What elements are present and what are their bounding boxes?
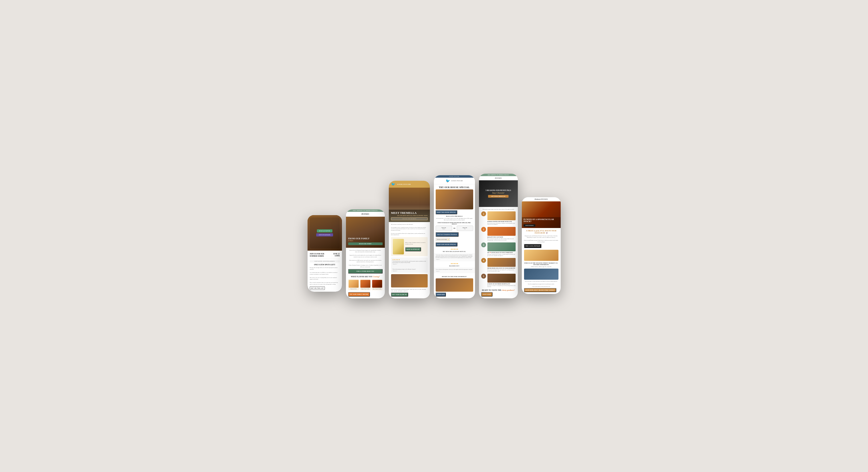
good-psyche-header: 🐦 GOOD PSYCHE xyxy=(389,181,430,188)
bottom-product-img xyxy=(391,274,428,288)
reason-5-text: Every bite is a reminder of warm gatheri… xyxy=(487,285,516,288)
mini-option[interactable]: Select the Mini xyxy=(457,226,473,231)
spots-label: ONLY A FEW SPOTS LEFT! xyxy=(310,264,340,266)
order-now-button[interactable]: ORDER NOW xyxy=(436,293,446,297)
find-store-button[interactable]: FIND A STORE NEAR YOU xyxy=(348,269,382,273)
bird-icon: 🐦 xyxy=(391,182,396,186)
shop-pennies-button[interactable]: SHOP PENNIES! xyxy=(524,224,535,227)
event-info-row: JOIN US FOR OURSUMMER SOIRÉE JUNE 226-9P… xyxy=(310,253,340,259)
product-chipotle-label: Spicy Chipotle Cheddar xyxy=(372,288,382,290)
phone-house-special: GOOD PSYCHE 🐦 GOOD PSYCHE TRY OUR HOUSE … xyxy=(434,175,475,299)
shop-now-button[interactable]: SHOP NOW xyxy=(481,292,493,297)
find-retailer-button[interactable]: FIND A LOCAL RETAILER xyxy=(524,244,541,248)
recipe-button[interactable]: TRY OUR FAMILY RECIPE xyxy=(348,292,370,297)
learn-weaver-button[interactable]: LEARN MORE ABOUT WEAVER STREET MARKET! xyxy=(524,288,556,292)
invite-body-text: We hope this message finds you well and … xyxy=(310,267,340,285)
reasons-title: 5 REASONS OUR PENNY PALS xyxy=(486,190,511,192)
read-story-button[interactable]: READ OUR STORY xyxy=(348,242,382,245)
reason-num-2: 2 xyxy=(481,227,486,232)
pennies-logo: PENNIES xyxy=(347,213,383,215)
review2-text: "This mist has amazing coverage as well,… xyxy=(392,269,426,270)
reason-5-content: A TASTE OF SOUTHERN HOSPITALITY Every bi… xyxy=(487,274,516,288)
reason-3: 3 WE ❤ GIVING BACK TO OUR COMMUNITY Ever… xyxy=(481,242,516,256)
phone-refind: EXCLUSIVE INVITATION JOIN US FOR OURSUMM… xyxy=(308,215,342,292)
family-body-text: Becca's love for Piedmont Pennies began … xyxy=(348,249,382,268)
house-review2-author: ~ David R. ~ xyxy=(436,271,473,272)
bliss-subtitle: FIND YOUR BLISS WITH OUR HOUSE SPECIAL P… xyxy=(434,222,475,225)
refind-hero: EXCLUSIVE INVITATION xyxy=(308,215,342,250)
tremella-hero: MEET TREMELLA AN ANCIENT RITUAL FOR GLOW… xyxy=(389,188,430,222)
treat-sub: Bring the party with Piedmont Pennies! Y… xyxy=(524,235,558,238)
ritual-title: MY NEW RELAXATION RITUAL xyxy=(434,251,475,252)
family-hero: FROM OUR FAMILY to Yours READ OUR STORY xyxy=(346,217,385,248)
refind-body: JOIN US FOR OURSUMMER SOIRÉE JUNE 226-9P… xyxy=(308,250,342,292)
reason-4-img xyxy=(487,258,516,267)
pennies-logo2: PENNIES xyxy=(480,177,517,179)
phone-pennies-family: FREE SHIPPING ON ORDERS OVER $75! PENNIE… xyxy=(346,209,385,299)
weaver-event-img xyxy=(524,269,558,280)
shop-house-button2[interactable]: SHOP OUR HOUSE SPECIAL xyxy=(436,242,458,246)
phones-stage: EXCLUSIVE INVITATION JOIN US FOR OURSUMM… xyxy=(279,174,590,299)
event-location: EAST AUSTIN · RSVP FOR ADDRESS xyxy=(310,260,340,262)
house-review1-author: ~ Dylan R. ~ xyxy=(436,259,473,260)
ready-cheese-title: READY TO TASTE THE cheezy goodness? xyxy=(481,289,516,292)
reason-4: 4 FRESH FROM OUR OVEN TO YOUR DOORSTEP B… xyxy=(481,258,516,272)
event-date: JUNE 226-9PM xyxy=(333,253,340,257)
reason-2: 2 QUALITY YOU CAN TASTE We use only the … xyxy=(481,227,516,241)
good-psyche-logo: GOOD PSYCHE xyxy=(397,183,411,185)
reason-4-content: FRESH FROM OUR OVEN TO YOUR DOORSTEP Bak… xyxy=(487,258,516,272)
weaver-event-text: Join us at the Fall Co-op Fair at the We… xyxy=(524,281,558,287)
product-description: Deliver a surge of hydration whenever yo… xyxy=(405,242,426,251)
reason-num-5: 5 xyxy=(481,274,486,278)
event-title: JOIN US FOR OURSUMMER SOIRÉE xyxy=(310,253,324,257)
reason-3-title: WE ❤ GIVING BACK TO OUR COMMUNITY xyxy=(487,252,516,253)
smoke-button[interactable]: Smoke up and enjoy! 🌙 xyxy=(436,238,450,241)
tremella-sub: AN ANCIENT RITUAL FOR GLOWING SKIN xyxy=(391,215,428,216)
reason-4-text: Baked, packed, and shipped daily from Ch… xyxy=(487,269,516,272)
house-review1: "I never had a chance to try blue lotus … xyxy=(434,253,475,261)
weaver-sub: WSM Food House, Hillsborough, NC | 2-5pm… xyxy=(524,266,558,268)
free-shipping-banner2: FREE SHIPPING ON ORDERS OVER $75! xyxy=(479,174,518,176)
review2-author: ~ Daniela B. ~ xyxy=(392,270,426,271)
get-glow-button[interactable]: GET YOUR GLOW ON xyxy=(391,293,408,297)
unlock-button[interactable]: UNLOCK THE SECRETS xyxy=(391,217,428,220)
options-row: Select the Regular OR Select the Mini xyxy=(434,226,475,231)
pals-subtitle: What makes Pennies unique from other che… xyxy=(481,209,516,210)
review-section: ★★★★★ "I love this facial spray so much.… xyxy=(391,258,428,273)
shop-house-special-button[interactable]: SHOP THE HOUSE SPECIAL xyxy=(436,210,457,214)
product-section: Deliver a surge of hydration whenever yo… xyxy=(391,237,428,256)
reason-num-1: 1 xyxy=(481,211,486,216)
ready-title: READY TO TRY FOR YOURSELF? xyxy=(434,274,475,278)
good-psyche-header2: 🐦 GOOD PSYCHE xyxy=(434,178,475,184)
penny-pals-hero: 5 REASONS OUR PENNY PALS Stay Cheesin! G… xyxy=(479,180,518,207)
cheezy-goodness: cheezy goodness? xyxy=(502,289,515,291)
reason-5-img xyxy=(487,274,516,282)
house-review2: "I love to share one with my partner. Gr… xyxy=(434,268,475,273)
get-on-list-button[interactable]: GET ON THE LIST xyxy=(310,286,325,290)
reason-2-content: QUALITY YOU CAN TASTE We use only the be… xyxy=(487,227,516,241)
pennies-family-body: Becca's love for Piedmont Pennies began … xyxy=(346,248,385,299)
tremella-body: Did you know some beauty secrets are old… xyxy=(389,222,430,298)
shop-glisten-button[interactable]: SHOP GLISTEN UP! xyxy=(405,247,421,251)
get-cheese-button[interactable]: GET YOUR CHEESE ON! xyxy=(488,195,508,198)
mini-sub: Mini xyxy=(458,228,472,229)
reason-3-content: WE ❤ GIVING BACK TO OUR COMMUNITY Every … xyxy=(487,242,516,256)
house-special-title: TRY OUR HOUSE SPECIAL xyxy=(434,184,475,190)
reason-1: 1 WOMAN-OWNED AND MADE WITH LOVE We're a… xyxy=(481,211,516,225)
regular-option[interactable]: Select the Regular xyxy=(436,226,452,231)
review1-author: ~ Daniela B. ~ xyxy=(392,264,426,265)
family-hero-sub: to Yours xyxy=(348,240,382,241)
reason-5-title: A TASTE OF SOUTHERN HOSPITALITY xyxy=(487,283,516,284)
product-original: Original Sharp Cheddar xyxy=(360,279,371,290)
product-original-img xyxy=(361,280,370,288)
craving-highlight: Craving? xyxy=(373,276,380,278)
spooky-hero: IN NEED OF A SPOOKTACULAR SNACK? SHOP PE… xyxy=(522,201,561,228)
reason-num-4: 4 xyxy=(481,258,486,263)
bird-icon2: 🐦 xyxy=(446,179,450,183)
add-cart-button[interactable]: Add Cart Complete Checkout xyxy=(436,232,459,237)
spooky-body: A TREAT so good, IT'LL HAUNT YOUR TASTE … xyxy=(522,228,561,294)
reason-1-text: We're a proud woman-owned business commi… xyxy=(487,223,516,225)
stars-rating: ★★★★★ xyxy=(392,259,426,261)
product-parmesan-label: Parmesan & Herb xyxy=(349,288,359,290)
house-stars: ★★★★★ xyxy=(434,248,475,250)
